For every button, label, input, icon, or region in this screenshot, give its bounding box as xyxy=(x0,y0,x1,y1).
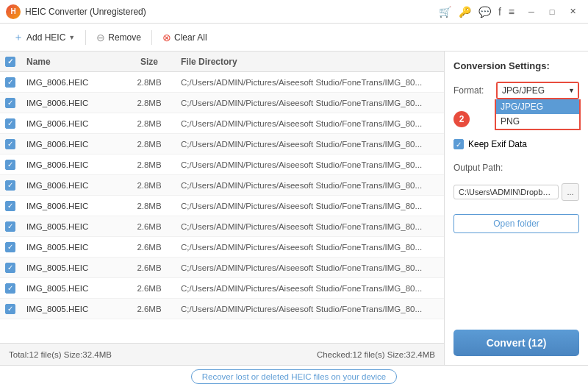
cart-icon[interactable]: 🛒 xyxy=(439,6,451,18)
table-row[interactable]: ✓ IMG_8006.HEIC 2.8MB C;/Users/ADMIN/Pic… xyxy=(0,196,444,216)
chat-icon[interactable]: 💬 xyxy=(478,6,491,18)
table-row[interactable]: ✓ IMG_8005.HEIC 2.6MB C;/Users/ADMIN/Pic… xyxy=(0,237,444,258)
row-checkbox[interactable]: ✓ xyxy=(5,283,15,294)
row-checkbox[interactable]: ✓ xyxy=(5,77,15,88)
format-row: Format: JPG/JPEG PNG ▼ JPG/JPEG PNG xyxy=(453,82,579,99)
table-body: ✓ IMG_8006.HEIC 2.8MB C;/Users/ADMIN/Pic… xyxy=(0,72,444,343)
toolbar-divider-1 xyxy=(85,30,86,45)
row-checkbox[interactable]: ✓ xyxy=(5,98,15,108)
title-bar-left: H HEIC Converter (Unregistered) xyxy=(6,4,146,19)
select-all-checkbox[interactable]: ✓ xyxy=(5,57,15,67)
row-directory: C;/Users/ADMIN/Pictures/Aiseesoft Studio… xyxy=(175,160,444,169)
convert-button[interactable]: Convert (12) xyxy=(453,330,579,356)
row-check[interactable]: ✓ xyxy=(0,283,21,294)
keep-exif-checkbox[interactable]: ✓ xyxy=(453,139,464,149)
output-label: Output Path: xyxy=(453,163,579,173)
quality-badge: 2 xyxy=(453,111,470,127)
row-checkbox[interactable]: ✓ xyxy=(5,160,15,170)
row-directory: C;/Users/ADMIN/Pictures/Aiseesoft Studio… xyxy=(175,222,444,231)
remove-icon: ⊖ xyxy=(96,32,105,43)
row-size: 2.8MB xyxy=(123,119,175,128)
row-size: 2.6MB xyxy=(123,222,175,231)
table-row[interactable]: ✓ IMG_8005.HEIC 2.6MB C;/Users/ADMIN/Pic… xyxy=(0,278,444,299)
close-button[interactable]: ✕ xyxy=(563,4,582,19)
row-check[interactable]: ✓ xyxy=(0,98,21,108)
facebook-icon[interactable]: f xyxy=(498,6,501,18)
row-check[interactable]: ✓ xyxy=(0,242,21,252)
format-label: Format: xyxy=(453,85,492,96)
row-checkbox[interactable]: ✓ xyxy=(5,118,15,129)
row-check[interactable]: ✓ xyxy=(0,160,21,170)
row-name: IMG_8005.HEIC xyxy=(21,284,123,293)
row-directory: C;/Users/ADMIN/Pictures/Aiseesoft Studio… xyxy=(175,305,444,313)
table-row[interactable]: ✓ IMG_8005.HEIC 2.6MB C;/Users/ADMIN/Pic… xyxy=(0,216,444,237)
clear-all-button[interactable]: ⊗ Clear All xyxy=(157,29,213,46)
table-row[interactable]: ✓ IMG_8006.HEIC 2.8MB C;/Users/ADMIN/Pic… xyxy=(0,93,444,113)
table-header: ✓ Name Size File Directory xyxy=(0,52,444,72)
row-checkbox[interactable]: ✓ xyxy=(5,221,15,232)
row-check[interactable]: ✓ xyxy=(0,77,21,88)
row-directory: C;/Users/ADMIN/Pictures/Aiseesoft Studio… xyxy=(175,202,444,210)
dropdown-option-png[interactable]: PNG xyxy=(496,114,579,129)
toolbar: ＋ Add HEIC ▼ ⊖ Remove ⊗ Clear All xyxy=(0,24,588,52)
row-directory: C;/Users/ADMIN/Pictures/Aiseesoft Studio… xyxy=(175,263,444,272)
row-directory: C;/Users/ADMIN/Pictures/Aiseesoft Studio… xyxy=(175,119,444,128)
toolbar-divider-2 xyxy=(151,30,152,45)
window-controls: ─ □ ✕ xyxy=(522,4,582,19)
minimize-button[interactable]: ─ xyxy=(522,4,541,19)
row-size: 2.8MB xyxy=(123,181,175,190)
dropdown-option-jpg[interactable]: JPG/JPEG xyxy=(496,99,579,114)
row-name: IMG_8005.HEIC xyxy=(21,222,123,231)
table-row[interactable]: ✓ IMG_8005.HEIC 2.6MB C;/Users/ADMIN/Pic… xyxy=(0,299,444,319)
row-name: IMG_8006.HEIC xyxy=(21,181,123,190)
table-row[interactable]: ✓ IMG_8005.HEIC 2.6MB C;/Users/ADMIN/Pic… xyxy=(0,258,444,278)
menu-icon[interactable]: ≡ xyxy=(509,6,514,18)
key-icon[interactable]: 🔑 xyxy=(459,6,471,18)
row-check[interactable]: ✓ xyxy=(0,180,21,191)
table-row[interactable]: ✓ IMG_8006.HEIC 2.8MB C;/Users/ADMIN/Pic… xyxy=(0,155,444,175)
add-heic-button[interactable]: ＋ Add HEIC ▼ xyxy=(7,28,81,47)
row-checkbox[interactable]: ✓ xyxy=(5,201,15,211)
bottom-bar: Recover lost or deleted HEIC files on yo… xyxy=(0,365,588,387)
recover-link[interactable]: Recover lost or deleted HEIC files on yo… xyxy=(191,369,398,384)
row-check[interactable]: ✓ xyxy=(0,221,21,232)
table-row[interactable]: ✓ IMG_8006.HEIC 2.8MB C;/Users/ADMIN/Pic… xyxy=(0,175,444,196)
row-name: IMG_8006.HEIC xyxy=(21,78,123,87)
row-checkbox[interactable]: ✓ xyxy=(5,263,15,273)
row-size: 2.8MB xyxy=(123,160,175,169)
row-checkbox[interactable]: ✓ xyxy=(5,304,15,314)
keep-exif-label: Keep Exif Data xyxy=(468,139,527,149)
table-row[interactable]: ✓ IMG_8006.HEIC 2.8MB C;/Users/ADMIN/Pic… xyxy=(0,72,444,93)
row-checkbox[interactable]: ✓ xyxy=(5,139,15,149)
status-bar: Total:12 file(s) Size:32.4MB Checked:12 … xyxy=(0,343,444,365)
row-check[interactable]: ✓ xyxy=(0,139,21,149)
row-check[interactable]: ✓ xyxy=(0,263,21,273)
row-name: IMG_8005.HEIC xyxy=(21,263,123,272)
header-size: Size xyxy=(123,57,175,67)
browse-button[interactable]: ... xyxy=(562,183,579,201)
clear-icon: ⊗ xyxy=(162,32,171,43)
table-row[interactable]: ✓ IMG_8006.HEIC 2.8MB C;/Users/ADMIN/Pic… xyxy=(0,113,444,134)
row-checkbox[interactable]: ✓ xyxy=(5,180,15,191)
row-check[interactable]: ✓ xyxy=(0,201,21,211)
format-select-wrapper: JPG/JPEG PNG ▼ xyxy=(496,82,579,99)
open-folder-button[interactable]: Open folder xyxy=(453,214,579,233)
row-checkbox[interactable]: ✓ xyxy=(5,242,15,252)
maximize-button[interactable]: □ xyxy=(542,4,562,19)
row-name: IMG_8006.HEIC xyxy=(21,119,123,128)
right-panel: Conversion Settings: Format: JPG/JPEG PN… xyxy=(445,52,588,365)
row-name: IMG_8005.HEIC xyxy=(21,305,123,313)
header-name: Name xyxy=(21,57,123,67)
add-dropdown-arrow[interactable]: ▼ xyxy=(68,34,75,41)
header-check: ✓ xyxy=(0,57,21,67)
row-check[interactable]: ✓ xyxy=(0,118,21,129)
output-path-display: C:\Users\ADMIN\Dropbox\PC xyxy=(453,185,559,199)
row-size: 2.6MB xyxy=(123,305,175,313)
app-logo: H xyxy=(6,4,21,19)
row-directory: C;/Users/ADMIN/Pictures/Aiseesoft Studio… xyxy=(175,99,444,107)
table-row[interactable]: ✓ IMG_8006.HEIC 2.8MB C;/Users/ADMIN/Pic… xyxy=(0,134,444,155)
row-check[interactable]: ✓ xyxy=(0,304,21,314)
format-select[interactable]: JPG/JPEG PNG xyxy=(498,83,578,98)
remove-button[interactable]: ⊖ Remove xyxy=(90,29,147,46)
row-directory: C;/Users/ADMIN/Pictures/Aiseesoft Studio… xyxy=(175,140,444,149)
